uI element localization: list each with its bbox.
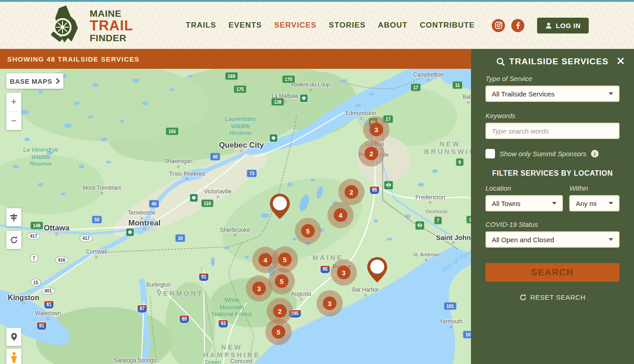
route-shield: 91 (198, 273, 209, 282)
map-city-dot (96, 256, 98, 259)
nav-stories[interactable]: STORIES (329, 21, 365, 30)
map-water-label: Bay of Fundy (441, 245, 471, 273)
chevron-down-icon (609, 238, 613, 241)
route-shield: 295 (288, 310, 302, 318)
info-icon[interactable]: i (591, 150, 599, 158)
service-cluster-marker[interactable]: 2 (273, 304, 287, 318)
service-cluster-marker[interactable]: 3 (370, 123, 383, 136)
service-cluster-marker[interactable]: 3 (337, 266, 351, 279)
route-shield: 95 (320, 265, 330, 274)
trail-layers-button[interactable] (6, 208, 21, 226)
covid-status-select[interactable]: All Open and Closed (485, 231, 620, 248)
route-shield: 170 (282, 76, 295, 83)
instagram-icon[interactable] (492, 19, 505, 32)
pegman-button[interactable] (6, 349, 21, 364)
map-city-label: Oromocto (426, 209, 447, 214)
route-shield: 416 (55, 256, 68, 264)
map-city-label: Bar Harbor (352, 287, 379, 293)
map-canvas[interactable]: CampbelltonEdmundstonCaribouPresque Isle… (0, 49, 471, 364)
service-cluster-marker[interactable]: 4 (259, 253, 272, 267)
login-button[interactable]: LOG IN (537, 18, 589, 34)
park-icon (269, 134, 278, 143)
service-cluster-marker[interactable]: 3 (323, 297, 336, 310)
service-cluster-marker[interactable]: 5 (301, 224, 315, 238)
map-city-dot (425, 259, 427, 261)
route-shield: 155 (166, 128, 178, 135)
within-label: Within (569, 184, 620, 192)
map-city-label: Saratoga Springs (114, 357, 156, 364)
summit-sponsor-checkbox[interactable] (485, 149, 495, 158)
route-shield: 417 (27, 232, 40, 240)
nav-trails[interactable]: TRAILS (186, 21, 216, 30)
service-cluster-marker[interactable]: 3 (252, 282, 266, 295)
within-select[interactable]: Any mi (569, 195, 620, 211)
map-city-dot (144, 228, 146, 230)
signpost-icon (9, 213, 19, 222)
route-shield: 17 (383, 115, 393, 123)
search-icon (496, 57, 505, 66)
map-city-dot (360, 118, 362, 120)
map-city-dot (427, 79, 430, 81)
route-shield-transcanada: 2 (415, 221, 424, 230)
service-pin[interactable] (367, 257, 388, 283)
route-shield: 417 (80, 235, 93, 242)
route-shield-transcanada: 2 (384, 181, 393, 190)
service-cluster-marker[interactable]: 2 (365, 147, 378, 160)
map-city-label: Sherbrooke (220, 226, 250, 233)
refresh-icon (10, 235, 19, 244)
zoom-out-button[interactable]: − (6, 112, 21, 130)
my-location-button[interactable] (6, 328, 21, 346)
type-of-service-select[interactable]: All Trailside Services (485, 86, 620, 102)
facebook-icon[interactable] (511, 19, 524, 32)
nav-events[interactable]: EVENTS (228, 21, 262, 30)
map-park-label: La VerendryeWildlifeReserve (23, 146, 58, 168)
zoom-in-button[interactable]: + (6, 93, 21, 111)
search-button[interactable]: SEARCH (485, 263, 620, 282)
service-cluster-marker[interactable]: 5 (278, 253, 292, 266)
main-nav: TRAILSEVENTSSERVICESSTORIESABOUTCONTRIBU… (186, 21, 475, 30)
refresh-map-button[interactable] (6, 231, 21, 249)
base-maps-button[interactable]: BASE MAPS (6, 73, 63, 89)
route-shield: 81 (43, 301, 54, 309)
close-sidebar-button[interactable] (615, 56, 626, 67)
service-cluster-marker[interactable]: 4 (334, 208, 347, 222)
filter-by-location-heading: FILTER SERVICES BY LOCATION (485, 169, 620, 177)
route-shield: 10 (175, 235, 185, 242)
service-cluster-marker[interactable]: 2 (345, 185, 358, 199)
service-cluster-marker[interactable]: 5 (272, 325, 285, 339)
map-city-label: Cornwall (86, 249, 107, 255)
social-links (492, 19, 524, 32)
map-city-dot (467, 101, 470, 104)
map-city-dot (310, 89, 312, 91)
covid-status-label: COVID-19 Status (485, 220, 620, 228)
route-shield: 7 (30, 254, 38, 262)
route-shield: 1 (466, 216, 471, 224)
route-shield: 138 (271, 98, 284, 106)
route-shield: 175 (234, 86, 246, 93)
map-city-dot (452, 242, 455, 244)
service-cluster-marker[interactable]: 5 (275, 274, 288, 288)
map-city-dot (240, 150, 243, 152)
nav-about[interactable]: ABOUT (378, 21, 407, 30)
location-value: All Towns (492, 200, 520, 207)
nav-services[interactable]: SERVICES (274, 21, 317, 30)
map-region-label: NEWHAMPSHIRE (203, 343, 260, 359)
map-park-label: LaurentidesWildlifeReserve (225, 115, 256, 137)
service-pin[interactable] (269, 193, 290, 220)
route-shield: 50 (92, 216, 102, 224)
route-shield: 40 (210, 153, 220, 161)
reset-search-button[interactable]: RESET SEARCH (519, 293, 586, 301)
park-icon (300, 94, 308, 103)
reset-icon (519, 294, 527, 301)
location-select[interactable]: All Towns (485, 195, 563, 211)
chevron-down-icon (609, 202, 613, 205)
map-city-dot (101, 192, 103, 195)
nav-contribute[interactable]: CONTRIBUTE (420, 21, 475, 30)
site-logo[interactable]: MAINE TRAIL FINDER (45, 5, 133, 46)
map-city-label: Montreal (129, 219, 161, 228)
map-city-dot (178, 166, 180, 168)
map-city-label: Ottawa (44, 224, 70, 233)
keywords-input[interactable] (485, 123, 620, 139)
map-city-label: Augusta (291, 291, 311, 297)
map-city-dot (56, 233, 58, 235)
